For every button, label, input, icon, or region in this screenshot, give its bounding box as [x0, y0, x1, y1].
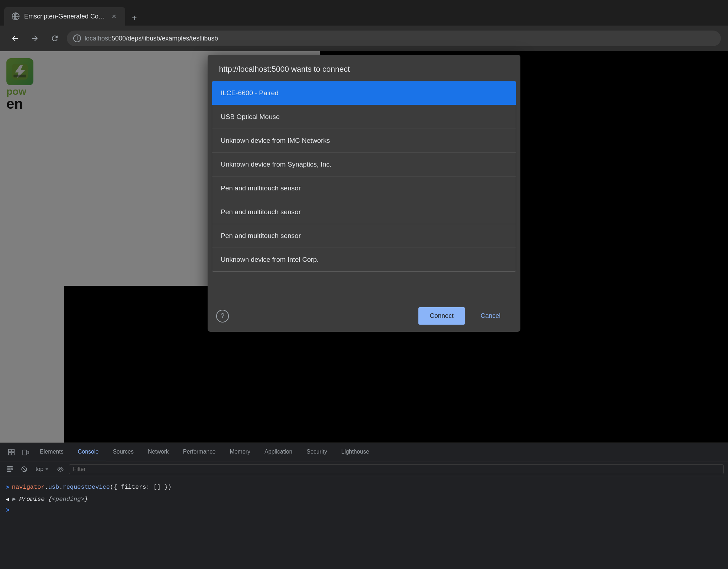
browser-chrome: Emscripten-Generated Code ✕ + i localhos… [0, 0, 728, 51]
console-output-arrow: ◄ [6, 495, 9, 504]
console-output-text: ▶ Promise {<pending>} [12, 495, 88, 504]
tab-console[interactable]: Console [71, 443, 106, 461]
console-output: > navigator.usb.requestDevice({ filters:… [0, 477, 728, 520]
active-tab[interactable]: Emscripten-Generated Code ✕ [4, 7, 125, 26]
address-bar[interactable]: i localhost:5000/deps/libusb/examples/te… [67, 31, 721, 46]
page-area: pow en http://localhost:5000 wants to co… [0, 51, 728, 443]
forward-button[interactable] [27, 31, 43, 46]
back-button[interactable] [7, 31, 23, 46]
svg-rect-8 [12, 449, 14, 452]
tab-application[interactable]: Application [257, 443, 299, 461]
dialog-footer: ? Connect Cancel [208, 300, 520, 332]
tab-lighthouse[interactable]: Lighthouse [334, 443, 376, 461]
device-item[interactable]: Unknown device from IMC Networks [212, 129, 516, 153]
svg-rect-7 [9, 449, 11, 452]
svg-rect-10 [12, 453, 14, 455]
console-filter-input[interactable] [69, 464, 724, 474]
dialog-header: http://localhost:5000 wants to connect [208, 55, 520, 81]
svg-rect-9 [9, 453, 11, 455]
svg-rect-15 [7, 471, 11, 472]
usb-connect-dialog: http://localhost:5000 wants to connect I… [208, 55, 520, 332]
tab-security[interactable]: Security [299, 443, 334, 461]
dialog-title: http://localhost:5000 wants to connect [219, 65, 509, 74]
url-protocol: localhost: [85, 35, 112, 42]
svg-rect-13 [7, 466, 13, 467]
device-item[interactable]: Pen and multitouch sensor [212, 224, 516, 248]
tab-sources[interactable]: Sources [106, 443, 141, 461]
tab-elements[interactable]: Elements [33, 443, 71, 461]
devtools-tabs: Elements Console Sources Network Perform… [0, 443, 728, 461]
svg-point-20 [60, 468, 61, 470]
device-item[interactable]: Pen and multitouch sensor [212, 177, 516, 200]
element-picker-button[interactable] [4, 445, 18, 459]
devtools-panel: Elements Console Sources Network Perform… [0, 443, 728, 569]
device-item[interactable]: Unknown device from Synaptics, Inc. [212, 153, 516, 177]
device-item[interactable]: Pen and multitouch sensor [212, 200, 516, 224]
new-tab-button[interactable]: + [127, 10, 142, 26]
svg-line-19 [22, 467, 26, 471]
connect-button[interactable]: Connect [418, 307, 465, 325]
url-text: localhost:5000/deps/libusb/examples/test… [85, 35, 714, 42]
device-toolbar-button[interactable] [18, 445, 33, 459]
dialog-overlay: http://localhost:5000 wants to connect I… [0, 51, 728, 443]
refresh-button[interactable] [47, 31, 63, 46]
tab-memory[interactable]: Memory [223, 443, 257, 461]
svg-rect-14 [7, 468, 11, 470]
url-path: 5000/deps/libusb/examples/testlibusb [112, 35, 218, 42]
console-prompt[interactable]: > [6, 505, 722, 515]
tab-close-button[interactable]: ✕ [109, 12, 118, 21]
block-requests-button[interactable] [18, 464, 30, 475]
device-item[interactable]: Unknown device from Intel Corp. [212, 248, 516, 271]
help-button[interactable]: ? [216, 310, 229, 323]
device-item[interactable]: USB Optical Mouse [212, 105, 516, 129]
dialog-buttons: Connect Cancel [418, 307, 512, 325]
tab-performance[interactable]: Performance [176, 443, 223, 461]
tab-title: Emscripten-Generated Code [24, 13, 105, 20]
prompt-icon: > [6, 507, 10, 514]
context-selector[interactable]: top [33, 465, 52, 474]
console-output-line: ◄ ▶ Promise {<pending>} [6, 493, 722, 505]
tab-network[interactable]: Network [141, 443, 176, 461]
device-list[interactable]: ILCE-6600 - Paired USB Optical Mouse Unk… [212, 81, 516, 272]
svg-rect-12 [27, 451, 29, 454]
console-input-arrow: > [6, 483, 9, 492]
info-icon: i [73, 34, 81, 42]
device-item[interactable]: ILCE-6600 - Paired [212, 81, 516, 105]
console-input-line: > navigator.usb.requestDevice({ filters:… [6, 481, 722, 493]
svg-rect-11 [23, 450, 26, 455]
clear-console-button[interactable] [4, 464, 16, 475]
dialog-empty-space [208, 272, 520, 300]
console-toolbar: top [0, 461, 728, 477]
tab-bar: Emscripten-Generated Code ✕ + [0, 0, 728, 26]
show-eye-button[interactable] [55, 464, 66, 475]
cancel-button[interactable]: Cancel [469, 307, 512, 325]
nav-bar: i localhost:5000/deps/libusb/examples/te… [0, 26, 728, 51]
console-input-text: navigator.usb.requestDevice({ filters: [… [12, 483, 172, 492]
tab-favicon [11, 12, 20, 21]
